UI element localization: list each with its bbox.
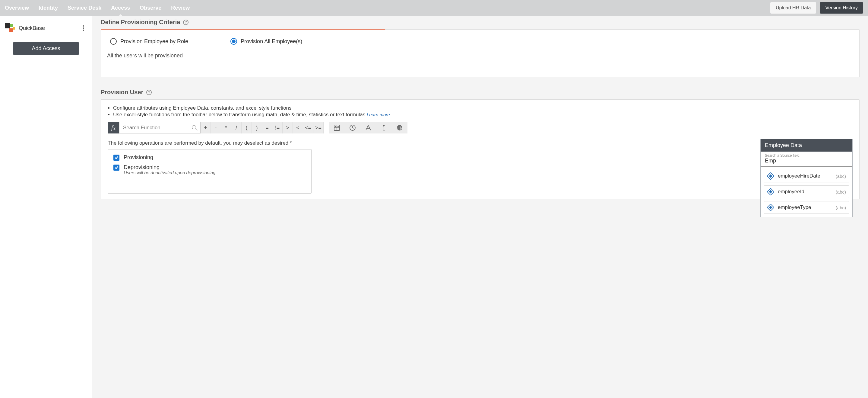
- operations-note: The following operations are performed b…: [108, 140, 852, 146]
- field-name: employeeId: [778, 189, 832, 195]
- employee-data-list: employeeHireDate (abc) employeeId (abc) …: [761, 167, 852, 217]
- employee-data-panel: Employee Data Search a Source field... E…: [760, 139, 852, 217]
- svg-rect-21: [769, 174, 772, 177]
- operator-minus[interactable]: -: [211, 122, 221, 134]
- operator-lte[interactable]: <=: [303, 122, 313, 134]
- operator-lt[interactable]: <: [293, 122, 303, 134]
- help-icon[interactable]: ?: [183, 20, 188, 25]
- svg-line-10: [352, 128, 354, 129]
- checkbox-label: Provisioning: [124, 154, 153, 161]
- learn-more-link[interactable]: Learn more: [367, 112, 390, 117]
- top-nav: Overview Identity Service Desk Access Ob…: [5, 1, 770, 16]
- provision-user-title: Provision User: [101, 89, 143, 96]
- radio-label: Provision All Employee(s): [241, 38, 302, 45]
- logic-category-icon[interactable]: [392, 122, 407, 134]
- nav-identity[interactable]: Identity: [39, 1, 58, 16]
- field-employee-hire-date[interactable]: employeeHireDate (abc): [764, 170, 849, 182]
- operator-paren-open[interactable]: (: [242, 122, 252, 134]
- field-type: (abc): [836, 189, 846, 195]
- criteria-panel: Provision Employee by Role Provision All…: [101, 29, 860, 77]
- quickbase-icon: [5, 23, 15, 33]
- instruction-list: Configure attributes using Employee Data…: [113, 105, 852, 118]
- math-category-icon[interactable]: [329, 122, 345, 134]
- employee-data-header: Employee Data: [761, 139, 852, 151]
- radio-provision-all[interactable]: Provision All Employee(s): [230, 38, 302, 45]
- app-name-label: QuickBase: [19, 25, 76, 31]
- fx-icon[interactable]: fx: [108, 122, 119, 134]
- formula-toolbar: fx + - * / ( ) = != > < <= >=: [108, 122, 852, 134]
- diamond-icon: [767, 172, 774, 180]
- diamond-icon: [767, 188, 774, 195]
- checkbox-checked-icon: [114, 165, 119, 171]
- nav-service-desk[interactable]: Service Desk: [67, 1, 101, 16]
- search-function-input[interactable]: [119, 122, 200, 134]
- provision-user-panel: Configure attributes using Employee Data…: [101, 100, 860, 199]
- criteria-description: All the users will be provisioned: [107, 53, 379, 59]
- deprovisioning-note: Users will be deactivated upon deprovisi…: [124, 170, 306, 175]
- operator-not-equals[interactable]: !=: [272, 122, 283, 134]
- radio-label: Provision Employee by Role: [120, 38, 188, 45]
- radio-icon-selected: [230, 38, 237, 45]
- main-content: Define Provisioning Criteria ? Provision…: [92, 16, 868, 398]
- svg-point-12: [384, 125, 384, 126]
- field-employee-type[interactable]: employeeType (abc): [764, 201, 849, 214]
- checkbox-checked-icon: [114, 154, 119, 161]
- operator-equals[interactable]: =: [262, 122, 272, 134]
- criteria-title: Define Provisioning Criteria: [101, 19, 180, 26]
- svg-line-1: [195, 129, 197, 131]
- sidebar: QuickBase Add Access: [0, 16, 92, 398]
- operator-gt[interactable]: >: [283, 122, 293, 134]
- employee-data-search[interactable]: Search a Source field... Emp: [761, 151, 852, 167]
- svg-rect-25: [769, 206, 772, 209]
- diamond-icon: [767, 204, 774, 211]
- field-type: (abc): [836, 205, 846, 210]
- field-employee-id[interactable]: employeeId (abc): [764, 186, 849, 198]
- field-name: employeeType: [778, 204, 832, 210]
- svg-point-0: [192, 125, 196, 129]
- operator-multiply[interactable]: *: [221, 122, 231, 134]
- criteria-highlight-box: Provision Employee by Role Provision All…: [101, 29, 385, 77]
- nav-overview[interactable]: Overview: [5, 1, 29, 16]
- checkbox-deprovisioning[interactable]: Deprovisioning: [114, 164, 306, 171]
- radio-icon: [110, 38, 117, 45]
- operator-gte[interactable]: >=: [313, 122, 323, 134]
- search-icon: [191, 124, 198, 131]
- nav-observe[interactable]: Observe: [140, 1, 161, 16]
- field-name: employeeHireDate: [778, 173, 832, 179]
- upload-hr-data-button[interactable]: Upload HR Data: [770, 2, 816, 13]
- radio-provision-by-role[interactable]: Provision Employee by Role: [110, 38, 188, 45]
- time-category-icon[interactable]: [345, 122, 361, 134]
- help-icon[interactable]: ?: [146, 90, 152, 95]
- text-category-icon[interactable]: [361, 122, 376, 134]
- field-type: (abc): [836, 174, 846, 179]
- nav-access[interactable]: Access: [111, 1, 130, 16]
- search-function-field[interactable]: [123, 125, 191, 131]
- operator-divide[interactable]: /: [231, 122, 242, 134]
- search-value: Emp: [765, 158, 848, 165]
- operations-box: Provisioning Deprovisioning Users will b…: [108, 149, 312, 194]
- instruction-item: Configure attributes using Employee Data…: [113, 105, 852, 111]
- version-history-button[interactable]: Version History: [820, 2, 863, 13]
- operator-paren-close[interactable]: ): [252, 122, 262, 134]
- add-access-button[interactable]: Add Access: [13, 42, 79, 55]
- app-row-quickbase[interactable]: QuickBase: [0, 21, 92, 35]
- top-bar: Overview Identity Service Desk Access Ob…: [0, 0, 868, 16]
- svg-rect-23: [769, 190, 772, 193]
- kebab-menu-icon[interactable]: [80, 25, 87, 32]
- operator-plus[interactable]: +: [200, 122, 211, 134]
- info-category-icon[interactable]: [376, 122, 392, 134]
- checkbox-label: Deprovisioning: [124, 164, 159, 171]
- instruction-item: Use excel-style functions from the toolb…: [113, 112, 852, 118]
- search-placeholder: Search a Source field...: [765, 153, 848, 158]
- nav-review[interactable]: Review: [171, 1, 190, 16]
- checkbox-provisioning[interactable]: Provisioning: [114, 154, 306, 161]
